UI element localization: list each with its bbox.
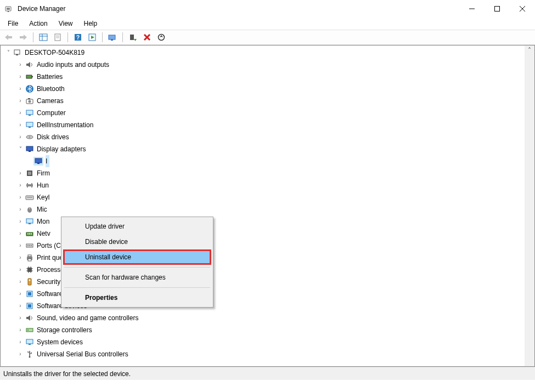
expand-icon[interactable]: ›	[16, 277, 25, 286]
category-disk-drives[interactable]: › Disk drives	[1, 131, 525, 143]
device-tree[interactable]: ˅ DESKTOP-504K819 › Audio inputs and out…	[1, 46, 525, 366]
root-node[interactable]: ˅ DESKTOP-504K819	[1, 47, 525, 59]
category-usb[interactable]: › Universal Serial Bus controllers	[1, 348, 525, 360]
properties-toolbar-button[interactable]	[51, 31, 64, 43]
svg-rect-4	[495, 7, 500, 12]
category-keyboards[interactable]: › Keyl	[1, 191, 525, 203]
expand-icon[interactable]: ›	[16, 253, 25, 262]
expand-icon[interactable]: ›	[16, 193, 25, 202]
expand-icon[interactable]: ›	[16, 169, 25, 178]
menu-view[interactable]: View	[53, 19, 78, 29]
enable-device-toolbar-button[interactable]	[126, 31, 139, 43]
bluetooth-icon	[25, 84, 35, 93]
svg-rect-85	[26, 339, 33, 344]
uninstall-toolbar-button[interactable]	[140, 31, 154, 43]
svg-rect-66	[28, 259, 31, 261]
device-item-selected[interactable]: I	[1, 155, 525, 167]
separator	[33, 32, 33, 42]
expand-icon[interactable]: ›	[16, 205, 25, 214]
svg-rect-42	[29, 151, 31, 152]
collapse-icon[interactable]: ˅	[16, 145, 25, 154]
svg-point-84	[27, 329, 29, 331]
device-icon	[25, 121, 35, 129]
expand-icon[interactable]: ›	[16, 181, 25, 190]
category-dell[interactable]: › DellInstrumentation	[1, 119, 525, 131]
expand-icon[interactable]: ›	[16, 217, 25, 226]
scroll-up-icon[interactable]: ˄	[525, 46, 534, 55]
ctx-properties[interactable]: Properties	[63, 290, 211, 305]
menu-file[interactable]: File	[2, 19, 24, 29]
expand-icon[interactable]: ›	[16, 60, 25, 69]
category-batteries[interactable]: › Batteries	[1, 71, 525, 83]
forward-button[interactable]	[16, 31, 30, 43]
expand-icon[interactable]: ›	[16, 84, 25, 93]
expand-icon[interactable]: ›	[16, 302, 25, 310]
svg-point-40	[29, 137, 31, 137]
svg-rect-55	[29, 223, 31, 224]
category-storage-controllers[interactable]: › Storage controllers	[1, 324, 525, 336]
ctx-disable-device[interactable]: Disable device	[63, 234, 211, 249]
svg-rect-86	[29, 344, 31, 345]
expand-icon[interactable]: ›	[16, 338, 25, 346]
close-button[interactable]	[510, 0, 535, 18]
update-driver-toolbar-button[interactable]	[106, 31, 119, 43]
system-icon	[25, 338, 35, 346]
back-button[interactable]	[2, 31, 15, 43]
category-system-devices[interactable]: › System devices	[1, 336, 525, 348]
category-label: Hun	[37, 179, 51, 191]
expand-icon[interactable]: ›	[16, 229, 25, 238]
category-cameras[interactable]: › Cameras	[1, 95, 525, 107]
expand-icon[interactable]: ›	[16, 241, 25, 250]
svg-rect-38	[29, 127, 31, 128]
expand-icon[interactable]: ›	[16, 109, 25, 117]
expand-icon[interactable]: ›	[16, 121, 25, 129]
svg-rect-37	[26, 122, 33, 127]
category-mice[interactable]: › Mic	[1, 203, 525, 215]
svg-rect-41	[26, 146, 33, 151]
category-hid[interactable]: › Hun	[1, 179, 525, 191]
expand-icon[interactable]: ›	[16, 72, 25, 81]
category-label: Cameras	[37, 95, 66, 107]
expand-icon[interactable]: ›	[16, 314, 25, 322]
toolbar: ?	[0, 30, 535, 45]
svg-rect-18	[109, 35, 115, 39]
separator	[67, 32, 68, 42]
show-hide-tree-button[interactable]	[37, 31, 50, 43]
maximize-button[interactable]	[485, 0, 510, 18]
scan-hardware-toolbar-button[interactable]	[155, 31, 168, 43]
svg-marker-25	[160, 35, 163, 37]
chip-icon	[25, 169, 35, 178]
ctx-scan-hardware[interactable]: Scan for hardware changes	[63, 270, 211, 285]
expand-icon[interactable]: ›	[16, 350, 25, 359]
device-label: I	[46, 155, 49, 167]
category-label: Mon	[37, 215, 52, 228]
expand-icon[interactable]: ›	[16, 326, 25, 334]
display-adapter-icon	[25, 145, 35, 154]
action-toolbar-button[interactable]	[86, 31, 99, 43]
collapse-icon[interactable]: ˅	[4, 48, 13, 57]
scrollbar[interactable]: ˄	[525, 46, 534, 366]
svg-marker-82	[26, 315, 30, 321]
expand-icon[interactable]: ›	[16, 96, 25, 105]
expand-icon[interactable]: ›	[16, 265, 25, 274]
ctx-uninstall-device[interactable]: Uninstall device	[63, 249, 211, 265]
battery-icon	[25, 72, 35, 81]
ctx-update-driver[interactable]: Update driver	[63, 219, 211, 234]
svg-rect-34	[28, 98, 30, 99]
category-display-adapters[interactable]: ˅ Display adapters	[1, 143, 525, 155]
svg-rect-67	[27, 268, 32, 272]
expand-icon[interactable]: ›	[16, 289, 25, 298]
category-bluetooth[interactable]: › Bluetooth	[1, 83, 525, 95]
svg-point-61	[27, 245, 29, 246]
category-sound-video[interactable]: › Sound, video and game controllers	[1, 312, 525, 324]
minimize-button[interactable]	[459, 0, 485, 18]
svg-rect-79	[28, 292, 31, 296]
category-computer[interactable]: › Computer	[1, 107, 525, 119]
expand-icon[interactable]: ›	[16, 133, 25, 141]
menu-help[interactable]: Help	[78, 19, 103, 29]
menu-action[interactable]: Action	[24, 19, 53, 29]
help-button[interactable]: ?	[71, 31, 85, 43]
app-icon	[4, 4, 13, 13]
category-audio[interactable]: › Audio inputs and outputs	[1, 59, 525, 71]
category-firmware[interactable]: › Firm	[1, 167, 525, 179]
